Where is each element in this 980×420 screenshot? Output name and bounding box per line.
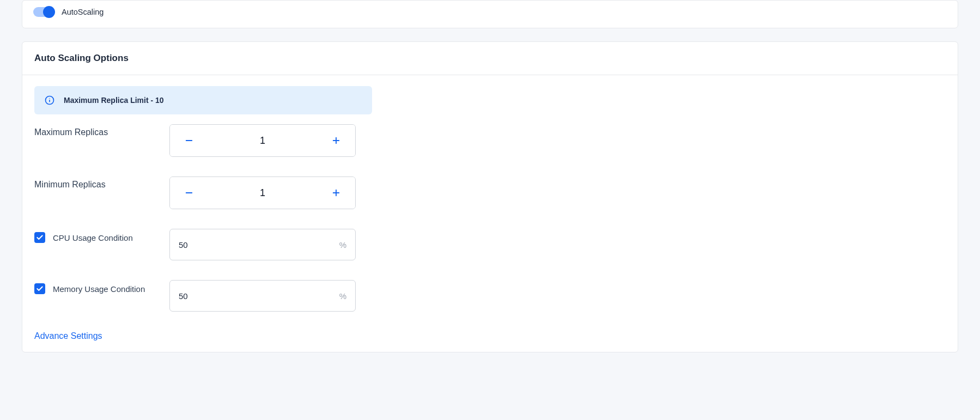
max-replicas-decrement-button[interactable] (170, 125, 208, 156)
memory-condition-input[interactable] (179, 291, 339, 301)
cpu-condition-suffix: % (339, 240, 346, 249)
autoscaling-toggle-row: AutoScaling (33, 7, 947, 17)
memory-condition-label: Memory Usage Condition (53, 283, 145, 295)
cpu-condition-row: CPU Usage Condition % (34, 229, 946, 260)
plus-icon (331, 188, 341, 198)
memory-condition-label-col: Memory Usage Condition (34, 280, 169, 295)
min-replicas-control-col: 1 (169, 176, 356, 209)
min-replicas-row: Minimum Replicas 1 (34, 176, 946, 209)
max-replicas-row: Maximum Replicas 1 (34, 124, 946, 157)
advance-settings-link[interactable]: Advance Settings (34, 331, 102, 341)
max-replica-limit-banner: Maximum Replica Limit - 10 (34, 86, 372, 114)
cpu-condition-label: CPU Usage Condition (53, 232, 133, 244)
autoscaling-toggle-label: AutoScaling (62, 8, 104, 16)
cpu-condition-label-col: CPU Usage Condition (34, 229, 169, 244)
min-replicas-stepper: 1 (169, 176, 356, 209)
max-replicas-control-col: 1 (169, 124, 356, 157)
autoscaling-toggle[interactable] (33, 7, 54, 17)
auto-scaling-options-card: Auto Scaling Options Maximum Replica Lim… (22, 41, 958, 352)
auto-scaling-options-header: Auto Scaling Options (22, 42, 958, 75)
max-replicas-increment-button[interactable] (317, 125, 355, 156)
cpu-condition-checkbox[interactable] (34, 232, 45, 243)
memory-condition-suffix: % (339, 291, 346, 301)
info-icon (44, 95, 55, 106)
min-replicas-value: 1 (208, 187, 317, 199)
autoscaling-toggle-card: AutoScaling (22, 0, 958, 28)
cpu-condition-control-col: % (169, 229, 356, 260)
auto-scaling-options-title: Auto Scaling Options (34, 53, 946, 64)
max-replicas-value: 1 (208, 135, 317, 147)
min-replicas-increment-button[interactable] (317, 177, 355, 209)
auto-scaling-options-body: Maximum Replica Limit - 10 Maximum Repli… (22, 75, 958, 352)
max-replicas-label: Maximum Replicas (34, 127, 108, 137)
memory-condition-row: Memory Usage Condition % (34, 280, 946, 312)
max-replica-limit-text: Maximum Replica Limit - 10 (64, 96, 164, 105)
min-replicas-label: Minimum Replicas (34, 180, 106, 190)
minus-icon (184, 188, 194, 198)
memory-condition-input-wrap: % (169, 280, 356, 312)
memory-condition-checkbox[interactable] (34, 283, 45, 294)
plus-icon (331, 136, 341, 145)
memory-condition-control-col: % (169, 280, 356, 312)
svg-point-2 (49, 98, 50, 99)
min-replicas-decrement-button[interactable] (170, 177, 208, 209)
checkmark-icon (36, 234, 44, 241)
min-replicas-label-col: Minimum Replicas (34, 176, 169, 190)
checkmark-icon (36, 285, 44, 293)
max-replicas-stepper: 1 (169, 124, 356, 157)
cpu-condition-input[interactable] (179, 240, 339, 249)
minus-icon (184, 136, 194, 145)
autoscaling-toggle-knob (43, 6, 55, 18)
cpu-condition-input-wrap: % (169, 229, 356, 260)
max-replicas-label-col: Maximum Replicas (34, 124, 169, 137)
